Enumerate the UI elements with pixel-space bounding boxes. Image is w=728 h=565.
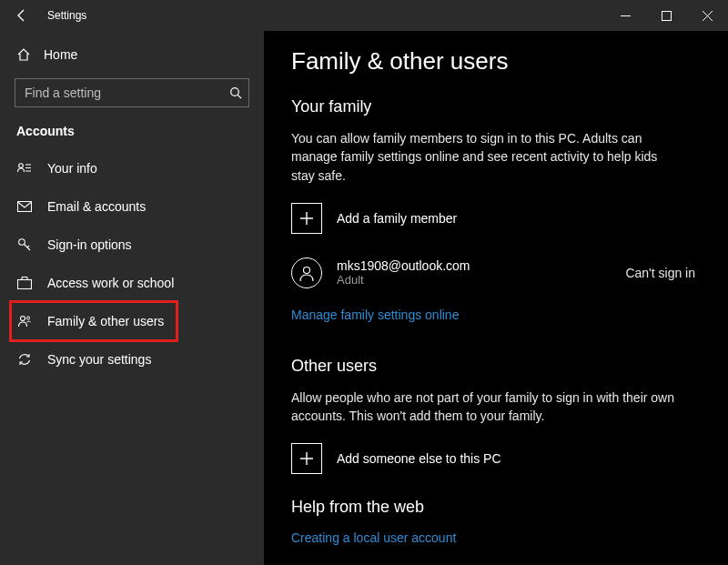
sidebar-item-your-info[interactable]: Your info [0, 149, 264, 187]
plus-icon [291, 443, 322, 474]
add-other-user-label: Add someone else to this PC [337, 451, 501, 466]
sidebar-item-label: Access work or school [47, 276, 174, 290]
svg-rect-5 [18, 280, 32, 289]
maximize-button[interactable] [646, 0, 687, 31]
svg-point-6 [21, 317, 25, 321]
sidebar-item-label: Sign-in options [47, 237, 132, 252]
home-icon [16, 47, 31, 62]
add-other-user-button[interactable]: Add someone else to this PC [291, 443, 701, 474]
minimize-button[interactable] [605, 0, 646, 31]
window-title: Settings [47, 9, 86, 22]
close-button[interactable] [687, 0, 728, 31]
back-button[interactable] [9, 3, 35, 28]
sidebar-item-email-accounts[interactable]: Email & accounts [0, 187, 264, 226]
member-status: Can't sign in [625, 266, 701, 280]
sidebar-item-label: Email & accounts [47, 199, 146, 214]
svg-point-2 [19, 164, 24, 168]
your-family-section: Your family You can allow family members… [291, 97, 701, 349]
mail-icon [16, 198, 33, 215]
sync-icon [16, 351, 33, 368]
plus-icon [291, 203, 322, 234]
sidebar-item-family-other-users[interactable]: Family & other users [0, 302, 264, 340]
briefcase-icon [16, 275, 33, 291]
sidebar: Home Accounts Your info [0, 31, 264, 565]
help-section: Help from the web Creating a local user … [291, 498, 701, 546]
other-users-section: Other users Allow people who are not par… [291, 357, 701, 475]
sidebar-item-access-work-school[interactable]: Access work or school [0, 264, 264, 302]
avatar-icon [291, 257, 322, 288]
arrow-left-icon [15, 8, 29, 23]
svg-point-7 [26, 317, 29, 319]
svg-rect-0 [662, 11, 672, 20]
member-email: mks1908@outlook.com [337, 258, 470, 273]
help-title: Help from the web [291, 498, 701, 517]
search-wrapper [15, 78, 249, 107]
sidebar-item-label: Sync your settings [47, 352, 151, 367]
your-family-title: Your family [291, 97, 701, 116]
other-users-desc: Allow people who are not part of your fa… [291, 388, 682, 426]
family-member-row[interactable]: mks1908@outlook.com Adult Can't sign in [291, 257, 701, 288]
sidebar-section-label: Accounts [0, 122, 264, 149]
sidebar-item-signin-options[interactable]: Sign-in options [0, 226, 264, 264]
main-content: Family & other users Your family You can… [264, 31, 728, 565]
maximize-icon [662, 11, 672, 21]
home-label: Home [44, 47, 77, 62]
sidebar-item-label: Family & other users [47, 314, 164, 328]
other-users-title: Other users [291, 357, 701, 376]
person-card-icon [16, 160, 33, 177]
people-icon [16, 313, 33, 329]
sidebar-item-label: Your info [47, 161, 97, 176]
key-icon [16, 237, 33, 253]
svg-point-4 [19, 239, 25, 246]
manage-family-link[interactable]: Manage family settings online [291, 308, 459, 322]
member-role: Adult [337, 273, 470, 287]
add-family-member-label: Add a family member [337, 211, 457, 226]
help-link-local-account[interactable]: Creating a local user account [291, 530, 456, 545]
search-input[interactable] [15, 78, 249, 107]
member-info: mks1908@outlook.com Adult [337, 258, 470, 287]
home-button[interactable]: Home [0, 40, 264, 69]
minimize-icon [621, 11, 631, 21]
svg-point-8 [304, 267, 310, 273]
close-icon [703, 11, 713, 21]
add-family-member-button[interactable]: Add a family member [291, 203, 701, 234]
sidebar-item-sync-settings[interactable]: Sync your settings [0, 340, 264, 378]
page-heading: Family & other users [291, 47, 701, 76]
sidebar-nav: Your info Email & accounts Sign-in optio… [0, 149, 264, 378]
your-family-desc: You can allow family members to sign in … [291, 129, 682, 185]
titlebar: Settings [0, 0, 728, 31]
